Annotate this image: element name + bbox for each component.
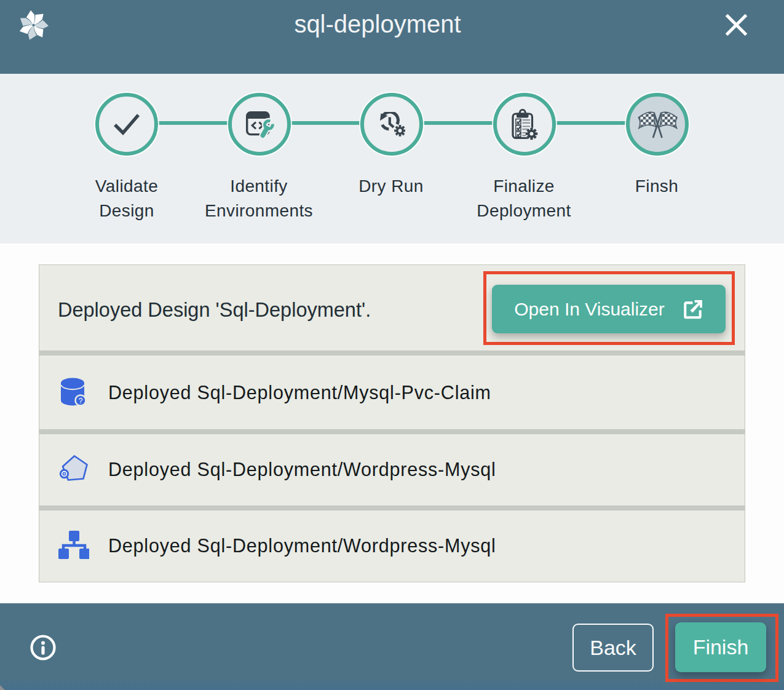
- svg-text:?: ?: [79, 397, 83, 405]
